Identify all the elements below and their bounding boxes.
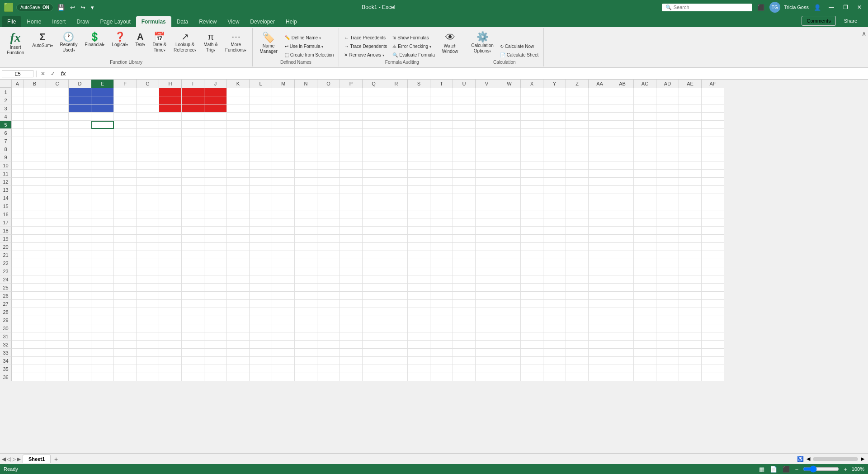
- cell-v30[interactable]: [476, 324, 498, 332]
- cell-aa19[interactable]: [589, 235, 611, 243]
- row-num-36[interactable]: 36: [0, 373, 12, 381]
- cell-f36[interactable]: [114, 373, 137, 381]
- cell-e32[interactable]: [91, 341, 114, 349]
- row-num-8[interactable]: 8: [0, 145, 12, 153]
- cell-s36[interactable]: [408, 373, 430, 381]
- cell-ab33[interactable]: [611, 349, 634, 357]
- cell-x30[interactable]: [521, 324, 543, 332]
- cell-e28[interactable]: [91, 308, 114, 316]
- cell-h8[interactable]: [159, 145, 182, 153]
- cell-m9[interactable]: [272, 153, 295, 161]
- cell-w8[interactable]: [498, 145, 521, 153]
- cell-ab6[interactable]: [611, 129, 634, 137]
- cell-ab20[interactable]: [611, 243, 634, 251]
- cell-j32[interactable]: [204, 341, 227, 349]
- restore-button[interactable]: ❐: [840, 3, 851, 11]
- cell-c26[interactable]: [46, 292, 69, 300]
- cell-c3[interactable]: [46, 104, 69, 113]
- cell-w17[interactable]: [498, 218, 521, 227]
- cell-ac19[interactable]: [634, 235, 656, 243]
- cell-m27[interactable]: [272, 300, 295, 308]
- cell-v10[interactable]: [476, 161, 498, 170]
- cell-ae9[interactable]: [679, 153, 702, 161]
- normal-view-icon[interactable]: ▦: [758, 466, 765, 473]
- cell-b25[interactable]: [24, 284, 46, 292]
- cell-s24[interactable]: [408, 275, 430, 284]
- cell-t23[interactable]: [430, 267, 453, 275]
- cell-s33[interactable]: [408, 349, 430, 357]
- cell-n29[interactable]: [295, 316, 317, 324]
- cell-aa20[interactable]: [589, 243, 611, 251]
- row-num-10[interactable]: 10: [0, 161, 12, 170]
- cell-v34[interactable]: [476, 357, 498, 365]
- cell-g6[interactable]: [137, 129, 159, 137]
- cell-s17[interactable]: [408, 218, 430, 227]
- cell-j3[interactable]: [204, 104, 227, 113]
- cell-m22[interactable]: [272, 259, 295, 267]
- cell-x35[interactable]: [521, 365, 543, 373]
- cell-o20[interactable]: [317, 243, 340, 251]
- cell-e35[interactable]: [91, 365, 114, 373]
- cell-v11[interactable]: [476, 170, 498, 178]
- cell-u25[interactable]: [453, 284, 476, 292]
- cell-u9[interactable]: [453, 153, 476, 161]
- cell-ae5[interactable]: [679, 121, 702, 129]
- cell-v15[interactable]: [476, 202, 498, 210]
- customize-qat-icon[interactable]: ▾: [90, 3, 95, 12]
- cell-o10[interactable]: [317, 161, 340, 170]
- cell-h9[interactable]: [159, 153, 182, 161]
- cell-ad31[interactable]: [656, 332, 679, 341]
- cell-ab8[interactable]: [611, 145, 634, 153]
- cell-s30[interactable]: [408, 324, 430, 332]
- cell-j14[interactable]: [204, 194, 227, 202]
- cell-z13[interactable]: [566, 186, 589, 194]
- cell-ab1[interactable]: [611, 88, 634, 96]
- cell-e30[interactable]: [91, 324, 114, 332]
- cell-v23[interactable]: [476, 267, 498, 275]
- cell-e29[interactable]: [91, 316, 114, 324]
- cell-n28[interactable]: [295, 308, 317, 316]
- cell-s22[interactable]: [408, 259, 430, 267]
- cell-s18[interactable]: [408, 227, 430, 235]
- insert-function-button[interactable]: fx InsertFunction: [3, 28, 28, 59]
- row-num-18[interactable]: 18: [0, 227, 12, 235]
- cell-z20[interactable]: [566, 243, 589, 251]
- cell-i15[interactable]: [182, 202, 204, 210]
- col-header-y[interactable]: Y: [543, 80, 566, 88]
- cell-r34[interactable]: [385, 357, 408, 365]
- name-manager-button[interactable]: 🏷️ NameManager: [255, 28, 281, 59]
- cell-j10[interactable]: [204, 161, 227, 170]
- cell-i2[interactable]: [182, 96, 204, 104]
- cell-l15[interactable]: [250, 202, 272, 210]
- cell-p31[interactable]: [340, 332, 363, 341]
- cell-r12[interactable]: [385, 178, 408, 186]
- cell-ad19[interactable]: [656, 235, 679, 243]
- cell-t22[interactable]: [430, 259, 453, 267]
- zoom-slider[interactable]: [803, 465, 839, 473]
- cell-ab10[interactable]: [611, 161, 634, 170]
- cell-v33[interactable]: [476, 349, 498, 357]
- cell-n14[interactable]: [295, 194, 317, 202]
- cell-m20[interactable]: [272, 243, 295, 251]
- cell-w16[interactable]: [498, 210, 521, 218]
- cell-y28[interactable]: [543, 308, 566, 316]
- cell-ad11[interactable]: [656, 170, 679, 178]
- cell-g26[interactable]: [137, 292, 159, 300]
- cell-ae1[interactable]: [679, 88, 702, 96]
- cell-d6[interactable]: [69, 129, 91, 137]
- cell-r10[interactable]: [385, 161, 408, 170]
- cell-f18[interactable]: [114, 227, 137, 235]
- cell-s34[interactable]: [408, 357, 430, 365]
- cell-u35[interactable]: [453, 365, 476, 373]
- cell-f13[interactable]: [114, 186, 137, 194]
- cell-h19[interactable]: [159, 235, 182, 243]
- cell-ab14[interactable]: [611, 194, 634, 202]
- cell-q26[interactable]: [363, 292, 385, 300]
- cell-g31[interactable]: [137, 332, 159, 341]
- cell-p13[interactable]: [340, 186, 363, 194]
- cell-t33[interactable]: [430, 349, 453, 357]
- cell-e7[interactable]: [91, 137, 114, 145]
- cell-c11[interactable]: [46, 170, 69, 178]
- row-num-6[interactable]: 6: [0, 129, 12, 137]
- cell-r28[interactable]: [385, 308, 408, 316]
